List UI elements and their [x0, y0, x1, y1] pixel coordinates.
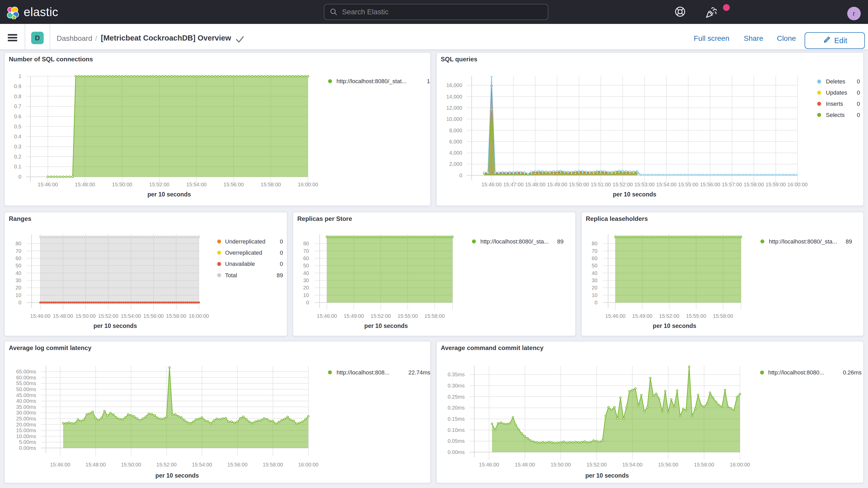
svg-text:15:49:00: 15:49:00	[632, 313, 652, 318]
svg-text:15:46:00: 15:46:00	[479, 462, 499, 467]
svg-text:14,000: 14,000	[446, 94, 462, 99]
svg-text:0.00ms: 0.00ms	[447, 449, 465, 455]
svg-text:10,000: 10,000	[446, 116, 462, 122]
svg-text:0: 0	[857, 89, 860, 96]
svg-text:http://localhost:8080...: http://localhost:8080...	[768, 369, 824, 376]
svg-text:16:00:00: 16:00:00	[730, 462, 750, 467]
svg-text:0: 0	[857, 78, 860, 85]
svg-text:Selects: Selects	[826, 112, 845, 118]
svg-text:60.00ms: 60.00ms	[16, 375, 36, 380]
svg-text:15:56:00: 15:56:00	[144, 313, 164, 318]
svg-text:16,000: 16,000	[446, 82, 462, 88]
svg-text:per 10 seconds: per 10 seconds	[364, 323, 408, 329]
svg-text:30.00ms: 30.00ms	[16, 410, 36, 416]
svg-text:15:52:00: 15:52:00	[587, 462, 607, 467]
svg-text:8,000: 8,000	[450, 127, 462, 133]
svg-text:0.4: 0.4	[14, 133, 21, 139]
svg-text:15:58:00: 15:58:00	[261, 182, 281, 187]
svg-text:Updates: Updates	[826, 89, 847, 96]
svg-text:16:00:00: 16:00:00	[298, 462, 318, 467]
svg-text:http://localhost:8080/_sta...: http://localhost:8080/_sta...	[480, 238, 549, 245]
svg-text:0.35ms: 0.35ms	[447, 372, 465, 377]
svg-text:0.9: 0.9	[14, 84, 21, 89]
svg-text:Total: Total	[225, 272, 237, 278]
svg-text:15:52:00: 15:52:00	[659, 313, 679, 318]
svg-text:15:49:00: 15:49:00	[344, 313, 364, 318]
svg-text:70: 70	[592, 248, 597, 254]
svg-text:0: 0	[19, 174, 21, 180]
svg-text:http://localhost:8080/_stat...: http://localhost:8080/_stat...	[337, 78, 406, 85]
svg-text:15:55:00: 15:55:00	[398, 313, 418, 318]
svg-text:15:49:00: 15:49:00	[547, 182, 567, 187]
svg-text:Deletes: Deletes	[826, 78, 845, 85]
svg-text:6,000: 6,000	[450, 139, 462, 145]
svg-text:15:53:00: 15:53:00	[634, 182, 655, 187]
svg-text:15:46:00: 15:46:00	[30, 313, 51, 318]
svg-text:50: 50	[16, 263, 21, 268]
svg-text:15:58:00: 15:58:00	[713, 313, 733, 318]
svg-text:0: 0	[280, 261, 283, 267]
svg-text:15:56:00: 15:56:00	[658, 462, 678, 467]
svg-text:15:54:00: 15:54:00	[121, 313, 141, 318]
svg-text:0.7: 0.7	[14, 103, 21, 109]
svg-text:1: 1	[19, 73, 21, 79]
svg-text:50: 50	[592, 263, 597, 268]
svg-text:40: 40	[16, 270, 21, 276]
svg-text:40: 40	[592, 270, 597, 276]
svg-text:30: 30	[592, 277, 597, 283]
svg-text:0: 0	[280, 238, 283, 245]
svg-text:0: 0	[857, 112, 860, 118]
svg-text:http://localhost:808...: http://localhost:808...	[337, 369, 389, 376]
svg-text:15:56:00: 15:56:00	[223, 182, 244, 187]
svg-text:15:50:00: 15:50:00	[121, 462, 141, 467]
svg-text:65.00ms: 65.00ms	[16, 369, 36, 374]
svg-text:45.00ms: 45.00ms	[16, 392, 36, 398]
svg-text:15:47:00: 15:47:00	[503, 182, 524, 187]
svg-text:1: 1	[427, 78, 430, 85]
svg-text:0.25ms: 0.25ms	[447, 394, 465, 400]
svg-text:15:54:00: 15:54:00	[622, 462, 643, 467]
svg-text:15:58:00: 15:58:00	[166, 313, 186, 318]
svg-text:15:58:00: 15:58:00	[263, 462, 283, 467]
svg-text:16:00:00: 16:00:00	[787, 182, 808, 187]
svg-text:15:50:00: 15:50:00	[75, 313, 96, 318]
svg-text:per 10 seconds: per 10 seconds	[155, 472, 199, 479]
svg-text:10.00ms: 10.00ms	[16, 433, 36, 439]
svg-text:0.6: 0.6	[14, 114, 21, 119]
svg-text:15:55:00: 15:55:00	[678, 182, 698, 187]
svg-text:15:57:00: 15:57:00	[722, 182, 742, 187]
svg-text:15:54:00: 15:54:00	[186, 182, 207, 187]
svg-text:0.8: 0.8	[14, 93, 21, 99]
svg-text:15:48:00: 15:48:00	[75, 182, 95, 187]
svg-text:70: 70	[303, 248, 309, 254]
svg-text:15:56:00: 15:56:00	[227, 462, 248, 467]
svg-text:Underreplicated: Underreplicated	[225, 238, 265, 245]
svg-text:15:46:00: 15:46:00	[50, 462, 70, 467]
svg-text:60: 60	[303, 255, 309, 261]
svg-text:15:51:00: 15:51:00	[591, 182, 611, 187]
svg-text:12,000: 12,000	[446, 105, 462, 111]
svg-text:15:56:00: 15:56:00	[700, 182, 720, 187]
svg-text:0.20ms: 0.20ms	[447, 405, 465, 410]
svg-text:15:52:00: 15:52:00	[149, 182, 169, 187]
svg-text:0.1: 0.1	[14, 164, 21, 170]
svg-text:0: 0	[306, 300, 309, 305]
svg-text:15:46:00: 15:46:00	[38, 182, 58, 187]
svg-text:15:54:00: 15:54:00	[656, 182, 677, 187]
svg-text:15:54:00: 15:54:00	[192, 462, 212, 467]
svg-text:0: 0	[595, 300, 597, 305]
svg-text:20.00ms: 20.00ms	[16, 422, 36, 427]
svg-text:15:52:00: 15:52:00	[156, 462, 177, 467]
svg-text:40.00ms: 40.00ms	[16, 398, 36, 404]
svg-text:60: 60	[16, 255, 21, 261]
svg-text:89: 89	[277, 272, 283, 278]
svg-text:0.2: 0.2	[14, 154, 21, 159]
svg-text:Overreplicated: Overreplicated	[225, 249, 262, 256]
svg-text:15:48:00: 15:48:00	[515, 462, 535, 467]
svg-text:80: 80	[16, 241, 21, 246]
svg-text:15:52:00: 15:52:00	[613, 182, 633, 187]
svg-text:35.00ms: 35.00ms	[16, 404, 36, 410]
svg-text:15:58:00: 15:58:00	[424, 313, 445, 318]
svg-text:2,000: 2,000	[450, 161, 462, 167]
svg-text:per 10 seconds: per 10 seconds	[613, 191, 656, 198]
